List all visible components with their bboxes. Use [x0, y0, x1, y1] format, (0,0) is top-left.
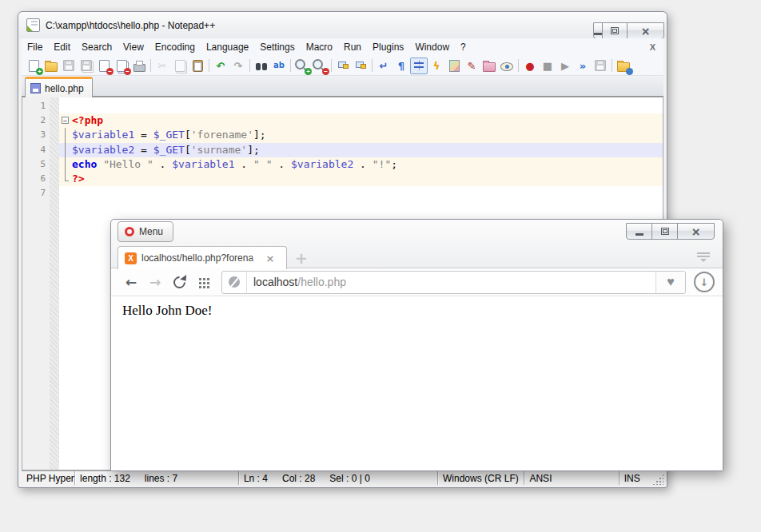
save-all-icon[interactable]	[78, 58, 95, 74]
indent-guide-icon[interactable]	[410, 58, 428, 74]
restore-icon	[611, 27, 619, 34]
tab-hello-php[interactable]: hello.php	[25, 77, 93, 97]
code-token-var: $variable2	[291, 157, 353, 172]
replace-icon[interactable]: ab	[270, 58, 288, 74]
closed-tabs-menu-icon[interactable]	[697, 252, 710, 262]
zoom-in-icon[interactable]: +	[293, 58, 311, 74]
code-token-op: [	[185, 143, 191, 157]
print-icon[interactable]	[130, 58, 148, 74]
word-wrap-icon[interactable]: ↵	[375, 58, 392, 74]
bookmark-cell	[50, 143, 59, 157]
close-file-icon[interactable]: −	[95, 58, 113, 74]
code-token-kw: echo	[72, 157, 97, 172]
new-tab-button[interactable]: +	[295, 252, 308, 264]
new-file-icon[interactable]: +	[25, 58, 42, 74]
sync-vertical-scrolling-icon[interactable]	[334, 58, 352, 74]
close-document-button[interactable]: X	[642, 42, 663, 52]
status-lines: lines : 7	[145, 473, 177, 484]
restore-button[interactable]	[602, 22, 628, 39]
editor-line: 6?>	[22, 172, 663, 186]
status-length: length : 132	[80, 473, 130, 484]
function-list-icon[interactable]: ϟ	[428, 58, 445, 74]
menu-item-window[interactable]: Window	[409, 39, 455, 55]
globe-icon	[229, 276, 240, 288]
resize-grip[interactable]	[652, 474, 663, 485]
forward-button[interactable]: →	[143, 271, 167, 293]
notepad-titlebar[interactable]: C:\xampp\htdocs\hello.php - Notepad++	[18, 12, 667, 38]
menu-item-file[interactable]: File	[22, 39, 48, 55]
file-monitoring-icon[interactable]	[498, 58, 516, 74]
status-cursor-position: Ln : 4 Col : 28 Sel : 0 | 0	[239, 471, 438, 485]
notepad-menubar: FileEditSearchViewEncodingLanguageSettin…	[22, 38, 663, 56]
url-text[interactable]: localhost/hello.php	[253, 276, 346, 288]
close-button[interactable]	[677, 223, 715, 240]
code-token-op: ;	[391, 157, 397, 172]
reload-button[interactable]	[167, 271, 191, 293]
sync-horizontal-scrolling-icon[interactable]	[352, 58, 369, 74]
redo-icon[interactable]: ↷	[229, 58, 247, 74]
find-icon[interactable]	[253, 58, 270, 74]
back-button[interactable]: ←	[119, 271, 143, 293]
document-map-icon[interactable]	[445, 58, 463, 74]
minimize-button[interactable]	[626, 223, 652, 240]
code-token-str: "Hello "	[103, 157, 153, 172]
fold-marker-bar	[59, 128, 72, 142]
toolbar-separator	[331, 59, 332, 72]
menu-item-view[interactable]: View	[118, 39, 149, 55]
show-all-characters-icon[interactable]: ¶	[392, 58, 410, 74]
editor-line: 7	[22, 186, 663, 200]
save-icon[interactable]	[60, 58, 78, 74]
opera-tabstrip: localhost/hello.php?forena +	[111, 244, 723, 268]
cut-icon[interactable]: ✂	[153, 58, 171, 74]
code-token-op: ];	[247, 143, 260, 157]
bookmark-cell	[50, 172, 59, 186]
menu-item-run[interactable]: Run	[338, 39, 367, 55]
macro-stop-icon[interactable]: ■	[539, 58, 556, 74]
speed-dial-button[interactable]	[191, 271, 215, 293]
paste-icon[interactable]	[189, 58, 206, 74]
copy-icon[interactable]	[171, 58, 189, 74]
opera-menu-button[interactable]: Menu	[118, 221, 173, 242]
macro-run-multiple-icon[interactable]: »	[574, 58, 592, 74]
browser-tab[interactable]: localhost/hello.php?forena	[118, 246, 287, 269]
macro-play-icon[interactable]: ▶	[556, 58, 574, 74]
code-token-op: .	[153, 157, 172, 172]
open-file-icon[interactable]	[42, 58, 60, 74]
address-bar[interactable]: localhost/hello.php ♥	[221, 271, 686, 294]
bookmark-heart-icon[interactable]: ♥	[655, 272, 685, 293]
code-token-var: $_GET	[153, 143, 185, 157]
code-token-var: $variable2	[72, 143, 134, 157]
menu-item-help[interactable]: ?	[455, 39, 472, 55]
menu-item-encoding[interactable]: Encoding	[149, 39, 201, 55]
editor-line: 1	[22, 99, 663, 113]
code-token-op: .	[353, 157, 372, 172]
folder-as-workspace-icon[interactable]	[480, 58, 498, 74]
code-token-op: ];	[253, 128, 266, 142]
menu-item-plugins[interactable]: Plugins	[367, 39, 409, 55]
opera-logo-icon	[125, 227, 134, 236]
notepad-statusbar: PHP Hyperte length : 132 lines : 7 Ln : …	[22, 470, 663, 485]
undo-icon[interactable]: ↶	[212, 58, 229, 74]
downloads-button[interactable]: ↓	[694, 272, 715, 292]
site-badge[interactable]	[222, 272, 247, 293]
notepad-window-controls	[594, 22, 664, 39]
menu-item-language[interactable]: Language	[201, 39, 254, 55]
fold-marker-box[interactable]	[59, 113, 72, 128]
close-all-files-icon[interactable]: −	[113, 58, 130, 74]
status-selection: Sel : 0 | 0	[329, 473, 369, 484]
document-switcher-icon[interactable]: ✎	[463, 58, 480, 74]
zoom-out-icon[interactable]: −	[311, 58, 329, 74]
restore-button[interactable]	[651, 223, 678, 240]
close-button[interactable]	[627, 22, 664, 39]
open-containing-folder-icon[interactable]	[615, 58, 632, 74]
fold-marker-none	[59, 186, 72, 200]
menu-item-macro[interactable]: Macro	[301, 39, 338, 55]
menu-item-edit[interactable]: Edit	[48, 39, 76, 55]
macro-save-icon[interactable]	[592, 58, 609, 74]
menu-item-search[interactable]: Search	[76, 39, 118, 55]
menu-item-settings[interactable]: Settings	[254, 39, 300, 55]
status-insert-mode[interactable]: INS	[620, 471, 653, 485]
macro-record-icon[interactable]: ●	[521, 58, 539, 74]
toolbar-separator	[150, 59, 151, 72]
bookmark-cell	[50, 99, 59, 113]
